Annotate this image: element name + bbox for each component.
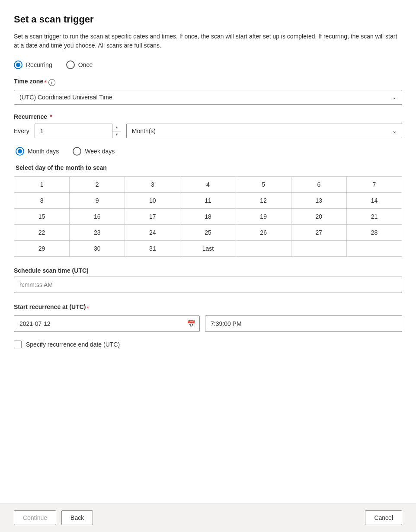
cancel-button[interactable]: Cancel: [365, 510, 402, 525]
timezone-dropdown[interactable]: (UTC) Coordinated Universal Time ⌄: [14, 90, 402, 105]
calendar-day-cell[interactable]: 31: [125, 241, 180, 257]
calendar-day-cell[interactable]: 7: [346, 177, 402, 193]
day-of-month-grid: 1234567891011121314151617181920212223242…: [14, 176, 402, 257]
calendar-day-cell[interactable]: 18: [180, 209, 236, 225]
end-date-label: Specify recurrence end date (UTC): [26, 341, 120, 348]
month-days-option[interactable]: Month days: [16, 147, 59, 156]
once-radio[interactable]: [66, 61, 75, 69]
back-button[interactable]: Back: [61, 510, 93, 525]
once-label: Once: [78, 61, 93, 68]
month-days-label: Month days: [28, 148, 59, 155]
start-recurrence-label-row: Start recurrence at (UTC) *: [14, 303, 402, 313]
timezone-value: (UTC) Coordinated Universal Time: [19, 94, 112, 101]
calendar-day-cell[interactable]: 13: [291, 193, 346, 209]
recurrence-row: Every ▲ ▼ Month(s) ⌄: [14, 124, 402, 138]
week-days-option[interactable]: Week days: [73, 147, 115, 156]
calendar-empty-cell: [291, 241, 346, 257]
recurrence-number-input[interactable]: [35, 124, 121, 138]
calendar-day-cell[interactable]: 15: [14, 209, 70, 225]
calendar-day-cell[interactable]: 28: [346, 225, 402, 241]
end-date-checkbox[interactable]: [14, 341, 22, 348]
recurrence-number-wrapper: ▲ ▼: [35, 124, 121, 138]
start-time-input[interactable]: [205, 315, 402, 332]
calendar-day-cell[interactable]: 30: [70, 241, 125, 257]
recurring-option[interactable]: Recurring: [14, 61, 52, 69]
calendar-day-cell[interactable]: 20: [291, 209, 346, 225]
timezone-chevron-icon: ⌄: [392, 94, 397, 100]
calendar-day-cell[interactable]: 10: [125, 193, 180, 209]
calendar-day-cell[interactable]: 16: [70, 209, 125, 225]
week-days-label: Week days: [85, 148, 115, 155]
calendar-day-cell[interactable]: 5: [236, 177, 291, 193]
calendar-icon[interactable]: 📅: [187, 320, 195, 328]
calendar-day-cell[interactable]: 29: [14, 241, 70, 257]
calendar-day-cell[interactable]: 26: [236, 225, 291, 241]
start-recurrence-section: Start recurrence at (UTC) * 📅: [14, 303, 402, 332]
calendar-day-cell[interactable]: 8: [14, 193, 70, 209]
timezone-info-icon[interactable]: i: [48, 79, 55, 86]
period-chevron-icon: ⌄: [392, 128, 397, 134]
period-value: Month(s): [132, 127, 156, 134]
calendar-day-cell[interactable]: 27: [291, 225, 346, 241]
calendar-day-cell[interactable]: 6: [291, 177, 346, 193]
start-recurrence-label: Start recurrence at (UTC): [14, 303, 86, 310]
trigger-type-group: Recurring Once: [14, 61, 402, 69]
recurring-label: Recurring: [26, 61, 52, 68]
calendar-day-cell[interactable]: 4: [180, 177, 236, 193]
calendar-day-cell[interactable]: 2: [70, 177, 125, 193]
timezone-label: Time zone: [14, 78, 43, 85]
calendar-day-cell[interactable]: 1: [14, 177, 70, 193]
continue-button[interactable]: Continue: [14, 510, 56, 525]
calendar-empty-cell: [236, 241, 291, 257]
start-recurrence-required-star: *: [87, 305, 89, 312]
page-title: Set a scan trigger: [14, 14, 402, 25]
calendar-day-cell[interactable]: 25: [180, 225, 236, 241]
calendar-day-cell[interactable]: 17: [125, 209, 180, 225]
calendar-day-cell[interactable]: 22: [14, 225, 70, 241]
calendar-section-title: Select day of the month to scan: [16, 164, 402, 171]
recurring-radio[interactable]: [14, 61, 22, 69]
end-date-row: Specify recurrence end date (UTC): [14, 341, 402, 348]
start-recurrence-inputs: 📅: [14, 315, 402, 332]
start-date-wrapper: 📅: [14, 315, 200, 332]
calendar-empty-cell: [346, 241, 402, 257]
once-option[interactable]: Once: [66, 61, 93, 69]
month-days-radio[interactable]: [16, 147, 24, 156]
period-dropdown[interactable]: Month(s) ⌄: [126, 124, 402, 138]
spinner-down-button[interactable]: ▼: [112, 131, 121, 139]
recurrence-label-row: Recurrence *: [14, 113, 402, 120]
every-label: Every: [14, 127, 29, 134]
recurrence-required-star: *: [48, 113, 52, 120]
spinner-up-button[interactable]: ▲: [112, 124, 121, 131]
calendar-day-cell[interactable]: 3: [125, 177, 180, 193]
calendar-day-cell[interactable]: Last: [180, 241, 236, 257]
calendar-day-cell[interactable]: 14: [346, 193, 402, 209]
calendar-day-cell[interactable]: 21: [346, 209, 402, 225]
scan-time-label: Schedule scan time (UTC): [14, 267, 402, 274]
day-type-group: Month days Week days: [16, 147, 402, 156]
recurrence-spinner: ▲ ▼: [112, 124, 121, 138]
calendar-day-cell[interactable]: 9: [70, 193, 125, 209]
week-days-radio[interactable]: [73, 147, 81, 156]
footer-right: Cancel: [365, 510, 402, 525]
timezone-label-row: Time zone * i: [14, 78, 402, 87]
footer: Continue Back Cancel: [0, 503, 416, 532]
start-date-input[interactable]: [14, 315, 200, 332]
calendar-day-cell[interactable]: 11: [180, 193, 236, 209]
scan-time-input[interactable]: [14, 277, 402, 293]
page-description: Set a scan trigger to run the scan at sp…: [14, 32, 402, 50]
calendar-day-cell[interactable]: 19: [236, 209, 291, 225]
timezone-required-star: *: [44, 79, 46, 86]
recurrence-label: Recurrence: [14, 113, 47, 120]
calendar-day-cell[interactable]: 12: [236, 193, 291, 209]
calendar-day-cell[interactable]: 23: [70, 225, 125, 241]
calendar-day-cell[interactable]: 24: [125, 225, 180, 241]
